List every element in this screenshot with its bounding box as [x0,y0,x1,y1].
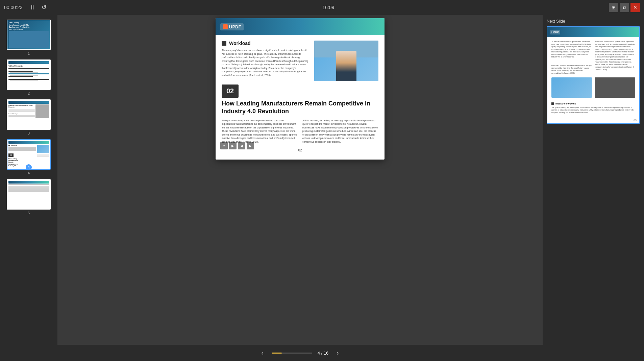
main-content: How LeadingManufacturers and SMEsCan Inc… [0,15,644,361]
restore-button[interactable]: ⧉ [620,3,629,12]
thumbnail-3[interactable]: Impact of Epidemics on Supply Chain Disr… [0,97,57,137]
next-two-col: To survive in the context of globalizati… [551,41,635,75]
next-section-title-text: Industry 4.0 Goals [555,102,576,105]
toc-line [8,68,49,69]
thumb-cover-1: How LeadingManufacturers and SMEsCan Inc… [7,20,50,49]
toc-sub [10,80,38,81]
thumb-header [8,101,49,104]
next-image-left [551,77,592,98]
next-right-text: It describes a mechanized system where e… [595,41,635,71]
toc-sub [10,72,38,73]
thumb-label-3: 3 [28,131,30,135]
top-bar: 00:00:23 ⏸ ↺ 16:09 ⊞ ⧉ ✕ [0,0,644,15]
next-images-row [551,77,635,100]
next-slide-preview[interactable]: UPDF To survive in the context of global… [547,26,640,124]
toc-sub [10,75,38,76]
nav-progress-bar [272,353,312,354]
slide-viewer: UPDF Workload The company's human resour… [57,15,543,361]
next-col-left: To survive in the context of globalizati… [551,41,592,75]
updf-logo: UPDF [220,23,244,30]
edit-tool-button[interactable]: ✏ [220,142,228,149]
bottom-right-top: The quickly evolving and increasingly de… [222,119,298,144]
nav-total-pages: 16 [324,351,328,356]
thumb-img-2: Table of Contents [7,59,51,90]
thumb-label-2: 2 [28,91,30,95]
thumbnail-panel: How LeadingManufacturers and SMEsCan Inc… [0,15,57,361]
nav-progress-fill [272,353,282,354]
person-silhouette [336,51,356,81]
thumbnail-5[interactable]: 5 [0,177,57,217]
next-left-text-2: Because it provides the correct informat… [551,65,592,75]
thumbnail-4[interactable]: Workload 02 How LeadingManufacturersRema… [0,137,57,177]
right-top-body: The quickly evolving and increasingly de… [222,119,298,144]
toc-line [8,79,49,80]
thumb-img-1: How LeadingManufacturers and SMEsCan Inc… [7,20,51,50]
play-tool-button[interactable]: ▶ [229,142,237,149]
toc-line [8,73,49,74]
slide-page: UPDF Workload The company's human resour… [216,18,385,160]
thumb-cover-title: How LeadingManufacturers and SMEsCan Inc… [9,22,49,30]
toc-sub [10,78,38,78]
thumb-img-3: Impact of Epidemics on Supply Chain Disr… [7,99,51,130]
thumb-cover-photo [9,31,49,48]
thumb-img-5 [7,179,51,210]
next-col-right: It describes a mechanized system where e… [595,41,635,75]
toc-sub [10,70,38,70]
next-logo: UPDF [550,30,560,34]
close-button[interactable]: ✕ [630,3,640,12]
slide-toolbar: ✏ ▶ ◀ ▶ [220,142,254,149]
right-bottom-body: At this moment, it's getting increasingl… [302,119,378,144]
thumb-text: Impact of Epidemics on Supply Chain Disr… [8,104,35,128]
pause-button[interactable]: ⏸ [28,3,37,13]
next-section-body: The goal of Industry 4.0 is to improve p… [551,106,635,114]
right-panel: Next Slide UPDF To survive in the contex… [543,15,644,361]
nav-next-button[interactable]: › [334,348,341,358]
next-left-text-1: To survive in the context of globalizati… [551,41,592,58]
grid-button[interactable]: ⊞ [609,3,618,12]
next-section: Industry 4.0 Goals The goal of Industry … [551,102,635,114]
duration-display: 16:09 [322,5,334,10]
thumbnail-2[interactable]: Table of Contents 2 [0,57,57,97]
next-slide-label: Next Slide [547,19,640,24]
thumbnail-1[interactable]: How LeadingManufacturers and SMEsCan Inc… [0,18,57,57]
bottom-right-bottom: At this moment, it's getting increasingl… [302,119,378,144]
nav-prev-button[interactable]: ‹ [259,348,266,358]
refresh-button[interactable]: ↺ [40,2,48,13]
next-title-square [551,102,554,105]
timer-display: 00:00:23 [4,5,23,10]
next-section-title-row: Industry 4.0 Goals [551,102,635,105]
bottom-section: The quickly evolving and increasingly de… [222,119,378,144]
thumb-supply-3: Impact of Epidemics on Supply Chain Disr… [7,100,50,129]
updf-logo-text: UPDF [229,24,241,29]
next-slide-header: UPDF [547,27,639,37]
thumb-photo [35,104,49,118]
prev-tool-button[interactable]: ◀ [238,142,245,149]
playback-controls: ⏸ ↺ [28,2,48,13]
slide-number-row: 02 How Leading Manufacturers Remain Comp… [222,85,378,116]
toc-line [8,71,33,72]
workload-title-text: Workload [229,41,251,46]
slide-body: Workload The company's human resources h… [216,35,385,160]
next-tool-button[interactable]: ▶ [247,142,254,149]
slide-header: UPDF [216,18,385,35]
slide-container: UPDF Workload The company's human resour… [57,15,543,345]
workload-left: Workload The company's human resources h… [222,41,309,81]
thumb-label-4: 4 [28,171,30,175]
thumb-toc-2: Table of Contents [7,60,50,89]
workload-title-square [222,41,226,46]
nav-page-info: 4 / 16 [318,351,329,356]
thumb-badge-4: 4 [26,164,32,170]
workload-body: The company's human resources have a sig… [222,49,309,77]
thumb-label-1: 1 [28,51,30,55]
slide-factory-image [314,41,378,81]
thumb-body: Impact of Epidemics on Supply Chain Disr… [8,104,49,128]
nav-current-page: 4 [318,351,320,356]
window-controls: ⊞ ⧉ ✕ [609,3,640,12]
next-slide-body: To survive in the context of globalizati… [547,37,639,117]
slide-main-title: How Leading Manufacturers Remain Competi… [222,100,378,116]
next-image-right [595,77,635,98]
workload-section: Workload The company's human resources h… [222,41,378,81]
next-slide-footer: 03 [547,117,639,123]
thumb-label-5: 5 [28,211,30,215]
workload-right [314,41,378,81]
